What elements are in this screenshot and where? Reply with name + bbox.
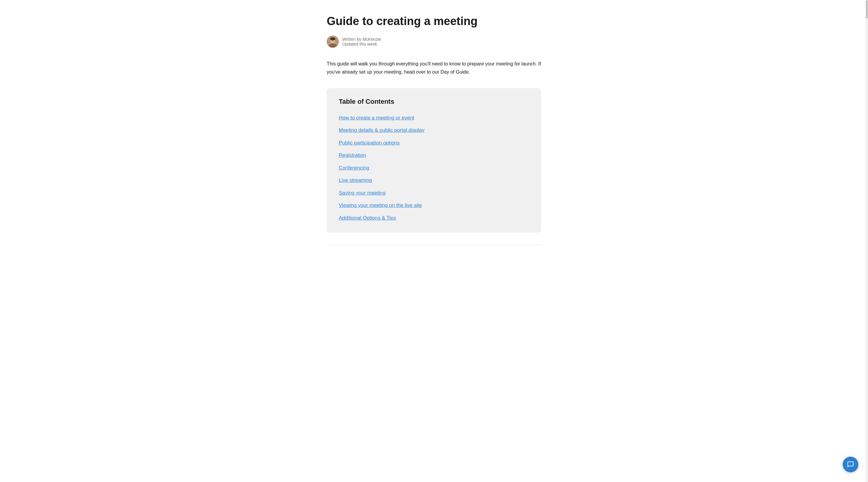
toc-item: Public participation options	[339, 138, 529, 148]
toc-item: Additional Options & Tips	[339, 213, 529, 223]
toc-link-6[interactable]: Saving your meeting	[339, 190, 385, 196]
article-title: Guide to creating a meeting	[327, 15, 541, 28]
toc-link-1[interactable]: Meeting details & public portal display	[339, 127, 424, 133]
toc-item: Registration	[339, 150, 529, 161]
toc-item: Viewing your meeting on the live site	[339, 200, 529, 210]
scrollbar-thumb[interactable]	[866, 0, 868, 19]
toc-item: How to create a meeting or event	[339, 113, 529, 123]
toc-link-8[interactable]: Additional Options & Tips	[339, 215, 396, 221]
toc-link-4[interactable]: Conferencing	[339, 165, 369, 171]
author-name: Written by McKenzie	[342, 37, 381, 41]
avatar-image	[327, 36, 339, 48]
toc-item: Saving your meeting	[339, 188, 529, 198]
article-intro: This guide will walk you through everyth…	[327, 60, 541, 76]
chat-icon	[847, 461, 854, 468]
author-info: Written by McKenzie Updated this week	[342, 37, 381, 47]
table-of-contents: Table of Contents How to create a meetin…	[327, 88, 541, 233]
toc-link-2[interactable]: Public participation options	[339, 140, 400, 146]
article-container: Guide to creating a meeting Written by M…	[319, 0, 549, 269]
divider	[327, 245, 541, 245]
author-updated: Updated this week	[342, 41, 381, 47]
toc-link-0[interactable]: How to create a meeting or event	[339, 115, 414, 121]
toc-list: How to create a meeting or eventMeeting …	[339, 113, 529, 223]
svg-point-4	[330, 37, 336, 40]
toc-item: Meeting details & public portal display	[339, 125, 529, 136]
toc-link-3[interactable]: Registration	[339, 152, 366, 158]
author-avatar	[327, 36, 339, 48]
toc-heading: Table of Contents	[339, 98, 529, 106]
toc-link-5[interactable]: Live streaming	[339, 177, 372, 183]
author-section: Written by McKenzie Updated this week	[327, 36, 541, 48]
toc-link-7[interactable]: Viewing your meeting on the live site	[339, 202, 422, 208]
toc-item: Live streaming	[339, 175, 529, 186]
scrollbar-track[interactable]	[866, 0, 868, 482]
chat-button[interactable]	[843, 457, 858, 472]
toc-item: Conferencing	[339, 163, 529, 173]
